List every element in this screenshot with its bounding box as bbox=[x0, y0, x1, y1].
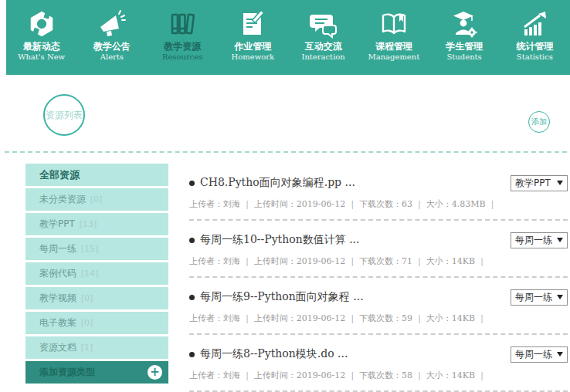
nav-whats-new[interactable]: 最新动态 What's New bbox=[6, 0, 76, 75]
nav-label-en: Interaction bbox=[301, 52, 344, 62]
chart-arrow-icon bbox=[519, 7, 550, 41]
nav-label-zh: 作业管理 bbox=[234, 41, 271, 52]
whats-new-icon bbox=[27, 7, 56, 41]
category-select-value: 每周一练 bbox=[515, 234, 552, 247]
bullet-icon bbox=[189, 181, 195, 186]
nav-label-en: Resources bbox=[162, 52, 202, 62]
resource-title[interactable]: CH8.Pytho面向对象编程.pp ... bbox=[200, 176, 355, 190]
nav-label-en: Students bbox=[447, 52, 482, 62]
category-select[interactable]: 每周一练 bbox=[511, 232, 568, 248]
category-select-value: 教学PPT bbox=[515, 177, 551, 190]
item-divider bbox=[189, 276, 568, 278]
category-sidebar: 全部资源 未分类资源 [0] 教学PPT [13] 每周一练 [15] 案例代码… bbox=[25, 164, 168, 392]
sidebar-item-label: 教学视频 bbox=[39, 292, 76, 303]
nav-label-zh: 统计管理 bbox=[516, 41, 553, 52]
sidebar-item-count: [14] bbox=[81, 269, 99, 279]
sidebar-item-teaching-ppt[interactable]: 教学PPT [13] bbox=[25, 213, 168, 235]
content-area: 全部资源 未分类资源 [0] 教学PPT [13] 每周一练 [15] 案例代码… bbox=[25, 164, 568, 392]
category-select[interactable]: 教学PPT bbox=[511, 175, 568, 191]
dropdown-arrow-icon bbox=[557, 181, 563, 185]
bullet-icon bbox=[189, 295, 195, 300]
resource-title[interactable]: 每周一练8--Python模块.do ... bbox=[200, 347, 348, 361]
nav-label-zh: 课程管理 bbox=[375, 41, 412, 52]
sidebar-item-label: 资源文档 bbox=[39, 342, 76, 353]
sidebar-item-count: [0] bbox=[81, 318, 93, 328]
section-divider bbox=[5, 151, 567, 153]
section-badge-label: 资源列表 bbox=[46, 109, 83, 122]
sidebar-add-resource-type-button[interactable]: 添加资源类型 + bbox=[25, 361, 168, 384]
add-button-label: 添加 bbox=[531, 117, 547, 127]
item-divider bbox=[189, 333, 568, 335]
resource-list: CH8.Pytho面向对象编程.pp ... 教学PPT 上传者：刘海 ｜ 上传… bbox=[168, 164, 568, 392]
category-select-value: 每周一练 bbox=[515, 348, 552, 361]
category-select[interactable]: 每周一练 bbox=[511, 289, 568, 306]
resource-meta: 上传者：刘海 ｜ 上传时间：2019-06-12 ｜ 下载次数：59 ｜ 大小：… bbox=[189, 313, 568, 324]
resource-meta: 上传者：刘海 ｜ 上传时间：2019-06-12 ｜ 下载次数：71 ｜ 大小：… bbox=[189, 255, 568, 267]
megaphone-icon bbox=[97, 7, 127, 41]
nav-label-zh: 互动交流 bbox=[305, 41, 342, 52]
sidebar-item-label: 添加资源类型 bbox=[39, 367, 95, 377]
nav-interaction[interactable]: 互动交流 Interaction bbox=[288, 0, 358, 75]
nav-label-en: Alerts bbox=[100, 52, 124, 62]
sidebar-item-sample-code[interactable]: 案例代码 [14] bbox=[25, 262, 168, 285]
dropdown-arrow-icon bbox=[557, 352, 563, 357]
sidebar-item-uncategorized[interactable]: 未分类资源 [0] bbox=[25, 188, 168, 211]
nav-management[interactable]: 课程管理 Management bbox=[358, 0, 429, 75]
resources-page: 最新动态 What's New 教学公告 Alerts bbox=[0, 0, 570, 392]
resource-item: 每周一练10--Python数值计算 ... 每周一练 上传者：刘海 ｜ 上传时… bbox=[189, 231, 568, 289]
sidebar-item-label: 案例代码 bbox=[39, 268, 76, 279]
dropdown-arrow-icon bbox=[557, 238, 563, 242]
nav-label-zh: 教学资源 bbox=[164, 41, 201, 52]
nav-students[interactable]: 学生管理 Students bbox=[429, 0, 500, 75]
nav-label-en: Management bbox=[368, 52, 419, 62]
sidebar-item-resource-docs[interactable]: 资源文档 [1] bbox=[25, 336, 168, 359]
add-resource-button[interactable]: 添加 bbox=[528, 111, 550, 133]
sidebar-item-label: 全部资源 bbox=[39, 169, 80, 181]
sidebar-item-label: 教学PPT bbox=[39, 218, 75, 229]
document-pen-icon bbox=[237, 7, 268, 41]
sidebar-item-all-resources[interactable]: 全部资源 bbox=[25, 164, 168, 186]
nav-label-zh: 教学公告 bbox=[93, 41, 131, 52]
sidebar-item-label: 未分类资源 bbox=[39, 194, 86, 204]
nav-alerts[interactable]: 教学公告 Alerts bbox=[76, 0, 147, 75]
chat-bubbles-icon bbox=[308, 7, 339, 41]
nav-label-zh: 学生管理 bbox=[446, 41, 483, 52]
dropdown-arrow-icon bbox=[557, 295, 563, 299]
sidebar-item-teaching-video[interactable]: 教学视频 [0] bbox=[25, 287, 168, 309]
sidebar-item-count: [15] bbox=[81, 244, 99, 254]
bullet-icon bbox=[189, 238, 195, 243]
resource-title[interactable]: 每周一练9--Python面向对象程 ... bbox=[200, 290, 364, 304]
plus-icon: + bbox=[148, 365, 162, 380]
nav-label-en: Statistics bbox=[517, 52, 553, 62]
resource-title[interactable]: 每周一练10--Python数值计算 ... bbox=[200, 233, 360, 247]
nav-resources[interactable]: 教学资源 Resources bbox=[148, 0, 218, 75]
resource-item: 每周一练8--Python模块.do ... 每周一练 上传者：刘海 ｜ 上传时… bbox=[189, 346, 568, 392]
resource-meta: 上传者：刘海 ｜ 上传时间：2019-06-12 ｜ 下载次数：63 ｜ 大小：… bbox=[189, 198, 568, 210]
resource-item: CH8.Pytho面向对象编程.pp ... 教学PPT 上传者：刘海 ｜ 上传… bbox=[189, 174, 568, 231]
nav-homework[interactable]: 作业管理 Homework bbox=[218, 0, 288, 75]
graduate-gear-icon bbox=[449, 7, 480, 41]
sidebar-item-label: 电子教案 bbox=[39, 317, 76, 328]
open-book-icon bbox=[378, 7, 409, 41]
item-divider bbox=[189, 219, 568, 221]
sidebar-item-count: [0] bbox=[90, 194, 103, 204]
sidebar-item-label: 每周一练 bbox=[39, 243, 76, 254]
resource-meta: 上传者：刘海 ｜ 上传时间：2019-06-12 ｜ 下载次数：58 ｜ 大小：… bbox=[189, 370, 568, 381]
sidebar-item-count: [13] bbox=[80, 219, 97, 229]
sidebar-item-weekly-practice[interactable]: 每周一练 [15] bbox=[25, 238, 168, 260]
category-select-value: 每周一练 bbox=[515, 291, 552, 304]
nav-statistics[interactable]: 统计管理 Statistics bbox=[500, 0, 570, 75]
sidebar-item-count: [0] bbox=[81, 293, 93, 303]
resource-item: 每周一练9--Python面向对象程 ... 每周一练 上传者：刘海 ｜ 上传时… bbox=[189, 289, 568, 346]
nav-label-en: Homework bbox=[232, 52, 275, 62]
category-select[interactable]: 每周一练 bbox=[511, 346, 568, 363]
nav-label-zh: 最新动态 bbox=[23, 41, 60, 52]
nav-label-en: What's New bbox=[18, 52, 65, 62]
sidebar-item-e-lesson-plan[interactable]: 电子教案 [0] bbox=[25, 312, 168, 334]
bullet-icon bbox=[189, 352, 195, 357]
section-badge-resource-list: 资源列表 bbox=[43, 94, 85, 136]
sidebar-item-count: [1] bbox=[81, 343, 93, 353]
books-icon bbox=[167, 7, 198, 41]
top-nav: 最新动态 What's New 教学公告 Alerts bbox=[6, 0, 570, 75]
